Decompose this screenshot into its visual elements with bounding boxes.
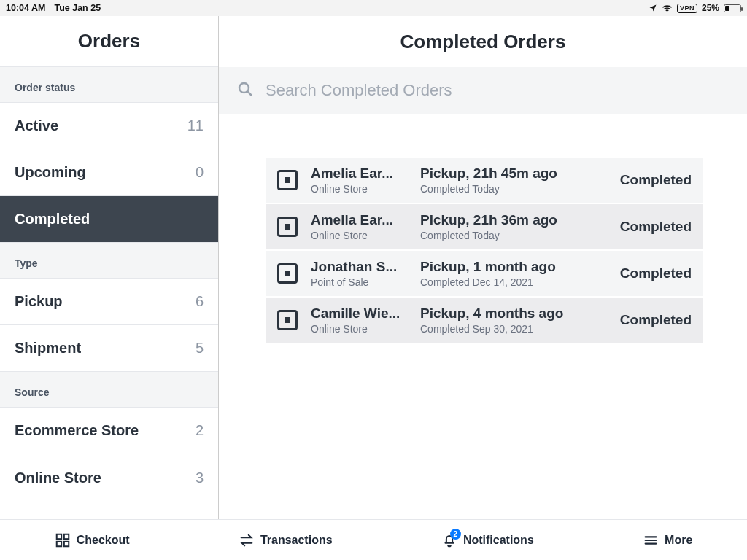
filter-label: Upcoming	[15, 164, 86, 181]
square-icon	[277, 263, 298, 284]
svg-rect-4	[63, 534, 68, 538]
filter-label: Online Store	[15, 470, 101, 486]
order-pickup: Pickup, 21h 45m ago	[420, 166, 620, 182]
tab-notifications[interactable]: 2 Notifications	[441, 532, 534, 548]
order-customer: Amelia Ear...	[311, 166, 413, 182]
section-header-status: Order status	[0, 67, 218, 103]
svg-point-0	[667, 11, 668, 12]
ios-status-bar: 10:04 AM Tue Jan 25 VPN 25%	[0, 0, 747, 16]
order-status: Completed	[620, 265, 692, 281]
order-channel: Online Store	[311, 230, 413, 241]
svg-rect-3	[56, 534, 61, 538]
orders-list: Amelia Ear... Online Store Pickup, 21h 4…	[219, 114, 747, 344]
order-row[interactable]: Jonathan S... Point of Sale Pickup, 1 mo…	[266, 251, 703, 298]
filter-count: 3	[196, 470, 204, 486]
search-icon	[236, 80, 254, 101]
filter-source-ecommerce[interactable]: Ecommerce Store 2	[0, 408, 218, 454]
battery-percent: 25%	[702, 3, 719, 13]
order-customer: Amelia Ear...	[311, 212, 413, 228]
grid-icon	[55, 532, 71, 548]
orders-sidebar: Orders Order status Active 11 Upcoming 0…	[0, 16, 219, 519]
filter-count: 5	[196, 340, 204, 357]
order-completed-date: Completed Today	[420, 183, 620, 195]
swap-icon	[239, 532, 255, 548]
filter-status-completed[interactable]: Completed	[0, 196, 218, 243]
order-customer: Jonathan S...	[311, 259, 413, 275]
filter-label: Pickup	[15, 293, 63, 310]
order-status: Completed	[620, 219, 692, 235]
filter-type-pickup[interactable]: Pickup 6	[0, 279, 218, 325]
order-pickup: Pickup, 21h 36m ago	[420, 212, 620, 228]
status-time: 10:04 AM	[6, 3, 45, 13]
section-header-source: Source	[0, 372, 218, 408]
square-icon	[277, 310, 298, 330]
order-pickup: Pickup, 4 months ago	[420, 306, 620, 322]
order-completed-date: Completed Dec 14, 2021	[420, 276, 620, 288]
order-row[interactable]: Amelia Ear... Online Store Pickup, 21h 3…	[266, 204, 703, 251]
order-channel: Online Store	[311, 323, 413, 335]
tab-label: Transactions	[260, 534, 333, 547]
wifi-icon	[662, 4, 673, 12]
search-bar[interactable]	[219, 67, 747, 114]
filter-label: Active	[15, 117, 58, 134]
sidebar-title: Orders	[0, 16, 218, 67]
tab-transactions[interactable]: Transactions	[239, 532, 333, 548]
page-title: Completed Orders	[219, 16, 747, 67]
filter-source-online[interactable]: Online Store 3	[0, 454, 218, 501]
status-date: Tue Jan 25	[54, 3, 101, 13]
filter-count: 11	[187, 117, 204, 134]
notifications-badge: 2	[450, 529, 461, 540]
order-channel: Online Store	[311, 183, 413, 195]
svg-line-2	[247, 91, 251, 95]
menu-icon	[643, 532, 659, 548]
filter-status-upcoming[interactable]: Upcoming 0	[0, 149, 218, 196]
filter-type-shipment[interactable]: Shipment 5	[0, 325, 218, 372]
order-customer: Camille Wie...	[311, 306, 413, 322]
order-row[interactable]: Camille Wie... Online Store Pickup, 4 mo…	[266, 298, 703, 344]
location-icon	[649, 4, 657, 12]
tab-label: Notifications	[463, 534, 534, 547]
bottom-tab-bar: Checkout Transactions 2 Notifications Mo…	[0, 519, 747, 560]
search-input[interactable]	[266, 81, 729, 100]
tab-label: Checkout	[77, 534, 130, 547]
order-row[interactable]: Amelia Ear... Online Store Pickup, 21h 4…	[266, 158, 703, 204]
order-completed-date: Completed Today	[420, 230, 620, 241]
filter-label: Shipment	[15, 340, 81, 357]
order-pickup: Pickup, 1 month ago	[420, 259, 620, 275]
tab-more[interactable]: More	[643, 532, 692, 548]
filter-label: Ecommerce Store	[15, 422, 139, 439]
section-header-type: Type	[0, 243, 218, 279]
main-panel: Completed Orders Amelia Ear... Online St…	[219, 16, 747, 519]
order-status: Completed	[620, 172, 692, 188]
filter-label: Completed	[15, 211, 90, 228]
square-icon	[277, 170, 298, 190]
tab-label: More	[665, 534, 692, 547]
battery-icon	[724, 4, 741, 12]
svg-rect-5	[56, 541, 61, 545]
vpn-indicator: VPN	[677, 4, 697, 13]
order-channel: Point of Sale	[311, 276, 413, 288]
tab-checkout[interactable]: Checkout	[55, 532, 130, 548]
square-icon	[277, 217, 298, 237]
svg-rect-6	[63, 541, 68, 545]
filter-count: 2	[196, 422, 204, 439]
filter-count: 0	[196, 164, 204, 181]
filter-status-active[interactable]: Active 11	[0, 103, 218, 149]
filter-count: 6	[196, 293, 204, 310]
order-status: Completed	[620, 312, 692, 328]
order-completed-date: Completed Sep 30, 2021	[420, 323, 620, 335]
